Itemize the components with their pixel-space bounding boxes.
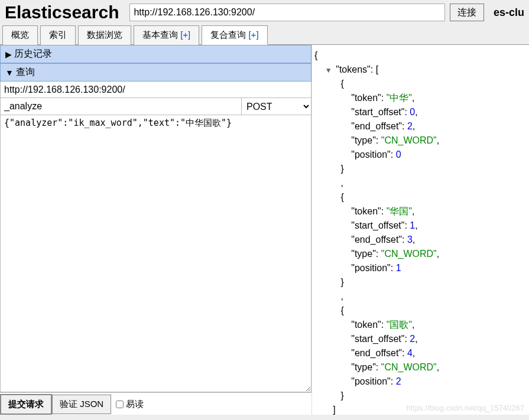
json-line: "position": 0 — [314, 148, 527, 162]
path-method-row: POST — [0, 98, 311, 115]
json-line: "type": "CN_WORD", — [314, 134, 527, 148]
submit-button[interactable]: 提交请求 — [0, 394, 52, 415]
tab-0[interactable]: 概览 — [2, 25, 38, 45]
method-select[interactable]: POST — [241, 98, 311, 115]
json-line: , — [314, 289, 527, 304]
expand-down-icon: ▼ — [5, 68, 14, 77]
query-panel: ▶ 历史记录 ▼ 查询 POST 提交请求 验证 JSON 易读 — [0, 45, 312, 415]
tab-plus-icon[interactable]: [+] — [180, 30, 190, 40]
cluster-url-input[interactable] — [129, 4, 445, 21]
json-line: { — [314, 48, 527, 63]
json-line: { — [314, 190, 527, 204]
tab-1[interactable]: 索引 — [40, 25, 76, 45]
collapse-icon[interactable]: ▼ — [325, 65, 333, 76]
json-line: } — [314, 275, 527, 289]
main-content: ▶ 历史记录 ▼ 查询 POST 提交请求 验证 JSON 易读 { ▼ "to… — [0, 45, 529, 415]
history-section-header[interactable]: ▶ 历史记录 — [0, 45, 311, 63]
json-line: "start_offset": 0, — [314, 105, 527, 119]
header-bar: Elasticsearch 连接 es-clu — [0, 0, 529, 25]
json-line: } — [314, 389, 527, 403]
json-line: "type": "CN_WORD", — [314, 360, 527, 375]
json-line: "type": "CN_WORD", — [314, 247, 527, 261]
readable-checkbox-label[interactable]: 易读 — [116, 399, 144, 410]
history-label: 历史记录 — [14, 48, 52, 60]
watermark-text: https://blog.csdn.net/qq_15740267 — [407, 403, 525, 412]
json-line: "end_offset": 3, — [314, 233, 527, 247]
readable-label: 易读 — [126, 399, 144, 410]
app-logo: Elasticsearch — [5, 2, 119, 22]
json-line: } — [314, 162, 527, 176]
json-line: ▼ "tokens": [ — [314, 63, 527, 77]
response-panel: { ▼ "tokens": [ { "token": "中华", "start_… — [312, 45, 529, 415]
query-section-header[interactable]: ▼ 查询 — [0, 63, 311, 82]
tab-2[interactable]: 数据浏览 — [78, 25, 131, 45]
json-line: "position": 2 — [314, 375, 527, 389]
json-line: "token": "中华", — [314, 91, 527, 105]
json-line: "token": "华国", — [314, 204, 527, 219]
tab-3[interactable]: 基本查询 [+] — [134, 25, 199, 45]
json-line: "start_offset": 2, — [314, 332, 527, 346]
readable-checkbox[interactable] — [116, 401, 124, 408]
tab-4[interactable]: 复合查询 [+] — [202, 25, 267, 45]
json-line: "position": 1 — [314, 261, 527, 275]
request-body-textarea[interactable] — [0, 115, 311, 392]
validate-json-button[interactable]: 验证 JSON — [52, 395, 111, 414]
tab-plus-icon[interactable]: [+] — [248, 30, 258, 40]
cluster-name-label: es-clu — [494, 6, 524, 19]
connect-button[interactable]: 连接 — [450, 4, 484, 21]
json-line: "token": "国歌", — [314, 318, 527, 332]
path-input[interactable] — [1, 98, 241, 115]
endpoint-input[interactable] — [0, 82, 311, 98]
expand-right-icon: ▶ — [5, 50, 12, 59]
json-line: { — [314, 304, 527, 318]
query-label: 查询 — [16, 66, 35, 79]
json-line: , — [314, 176, 527, 190]
action-bar: 提交请求 验证 JSON 易读 — [0, 392, 311, 415]
json-line: { — [314, 77, 527, 91]
nav-tabs: 概览 索引 数据浏览 基本查询 [+]复合查询 [+] — [0, 25, 529, 45]
json-line: "start_offset": 1, — [314, 219, 527, 233]
json-line: "end_offset": 4, — [314, 346, 527, 360]
json-line: "end_offset": 2, — [314, 119, 527, 134]
